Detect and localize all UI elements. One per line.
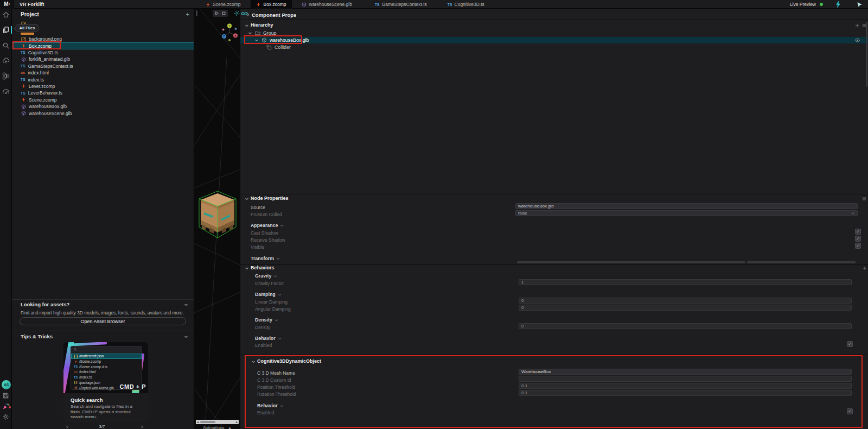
c3d-custom-id-input[interactable] bbox=[519, 376, 852, 382]
rotation-threshold-label: Rotation Threshold bbox=[257, 392, 296, 397]
tab-cognitive3d-ts[interactable]: TS Cognitive3D.ts bbox=[442, 0, 490, 9]
density-section-header[interactable]: Density bbox=[255, 317, 278, 323]
tips-pagination: 3/7 bbox=[91, 424, 113, 429]
cognitive-enabled-checkbox[interactable] bbox=[847, 408, 853, 414]
frustum-culled-select[interactable]: false bbox=[515, 210, 858, 216]
tab-warehousescene-glb[interactable]: warehouseScene.glb bbox=[296, 0, 358, 9]
gravity-factor-input[interactable] bbox=[519, 279, 852, 285]
animations-bar[interactable]: Animations ▴ bbox=[203, 425, 231, 429]
states-sun-icon[interactable] bbox=[234, 10, 240, 16]
file-row[interactable]: Lever.zcomp bbox=[12, 83, 194, 90]
chevron-down-icon[interactable] bbox=[184, 335, 188, 339]
chevron-down-icon[interactable] bbox=[245, 197, 249, 201]
loop-infinity-icon[interactable] bbox=[241, 11, 248, 16]
add-file-button[interactable]: + bbox=[186, 11, 189, 17]
divider bbox=[240, 355, 868, 355]
linear-damping-input[interactable] bbox=[519, 298, 852, 304]
file-row[interactable]: warehouseScene.glb bbox=[12, 110, 194, 116]
transform-section-header[interactable]: Transform bbox=[251, 256, 280, 261]
file-row[interactable]: warehouseBox.glb bbox=[12, 103, 194, 110]
stop-icon[interactable] bbox=[221, 11, 226, 16]
viewport-horizontal-scrollbar[interactable]: ◂ ▸ bbox=[196, 420, 239, 424]
chevron-down-icon[interactable] bbox=[245, 266, 249, 270]
inspector-scrollbar[interactable] bbox=[866, 22, 867, 87]
receive-shadow-checkbox[interactable] bbox=[855, 236, 861, 242]
file-row[interactable]: background.png bbox=[12, 36, 194, 42]
visibility-eye-icon[interactable] bbox=[854, 38, 860, 42]
open-asset-browser-button[interactable]: Open Asset Browser bbox=[20, 317, 186, 325]
add-behavior-icon[interactable] bbox=[863, 266, 867, 270]
live-status-dot bbox=[820, 3, 823, 6]
source-input[interactable] bbox=[515, 203, 858, 209]
hierarchy-row-group[interactable]: Group bbox=[240, 30, 868, 37]
preview-controls bbox=[213, 10, 228, 17]
add-node-icon[interactable] bbox=[855, 23, 859, 28]
cast-shadow-checkbox[interactable] bbox=[855, 229, 861, 235]
next-tip-button[interactable]: › bbox=[141, 423, 143, 429]
appearance-section-header[interactable]: Appearance bbox=[251, 223, 284, 228]
node-properties-menu-icon[interactable] bbox=[862, 197, 866, 201]
visible-label: Visible bbox=[251, 244, 264, 250]
file-row[interactable]: Scene.zcomp bbox=[12, 97, 194, 103]
file-row[interactable]: TS Cognitive3D.ts bbox=[12, 49, 194, 56]
panel-resize-handle[interactable] bbox=[196, 10, 197, 16]
chevron-down-icon[interactable] bbox=[248, 31, 252, 35]
divider bbox=[12, 299, 194, 300]
viewport-3d[interactable]: Y Z X bbox=[194, 9, 240, 429]
expand-up-icon[interactable]: ▴ bbox=[229, 425, 231, 429]
mini-file-row: TS /Scene.zcomp.d.ts bbox=[71, 364, 142, 369]
cognitive-behavior-section-header[interactable]: Behavior bbox=[257, 403, 284, 408]
avatar[interactable]: AS bbox=[2, 380, 11, 389]
chevron-down-icon[interactable] bbox=[254, 38, 259, 42]
chevron-down-icon bbox=[278, 293, 282, 296]
tab-scene-zcomp[interactable]: Scene.zcomp bbox=[200, 0, 246, 9]
file-row[interactable]: forklift_animated.glb bbox=[12, 56, 194, 62]
file-row[interactable]: TS index.ts bbox=[12, 76, 194, 83]
play-icon[interactable] bbox=[214, 11, 219, 16]
density-input[interactable] bbox=[519, 323, 852, 329]
home-icon[interactable] bbox=[2, 11, 10, 18]
project-files-icon[interactable] bbox=[2, 26, 10, 34]
hierarchy-title: Hierarchy bbox=[251, 22, 273, 28]
angular-damping-input[interactable] bbox=[519, 305, 852, 311]
scroll-right-icon[interactable]: ▸ bbox=[236, 420, 238, 424]
hierarchy-row-collider[interactable]: Collider bbox=[240, 44, 868, 51]
tab-box-zcomp[interactable]: Box.zcomp bbox=[251, 0, 292, 9]
c3d-mesh-name-input[interactable] bbox=[519, 369, 852, 375]
chevron-down-icon[interactable] bbox=[251, 359, 256, 364]
prev-tip-button[interactable]: ‹ bbox=[66, 423, 68, 429]
search-icon[interactable] bbox=[2, 42, 10, 49]
visible-checkbox[interactable] bbox=[855, 243, 861, 249]
file-row-selected[interactable]: Box.zcomp bbox=[12, 42, 194, 49]
save-icon[interactable] bbox=[2, 392, 9, 399]
file-row[interactable]: TS GameStepsContext.ts bbox=[12, 63, 194, 70]
axis-x-label: X bbox=[234, 34, 237, 37]
rotation-threshold-input[interactable] bbox=[519, 390, 852, 396]
axis-gizmo[interactable]: Y Z X bbox=[221, 23, 238, 42]
file-row[interactable]: <> index.html bbox=[12, 70, 194, 76]
top-bar: M› VR Forklift Scene.zcomp Box.zcomp war… bbox=[0, 0, 868, 9]
settings-icon[interactable] bbox=[2, 413, 9, 420]
damping-section-header[interactable]: Damping bbox=[255, 292, 282, 297]
scroll-left-icon[interactable]: ◂ bbox=[197, 420, 199, 424]
tab-gamestepscontext-ts[interactable]: TS GameStepsContext.ts bbox=[369, 0, 432, 9]
gravity-section-header[interactable]: Gravity bbox=[255, 273, 277, 279]
mini-file-row: /Scene.zcomp bbox=[71, 359, 142, 364]
cloud-assets-icon[interactable] bbox=[2, 57, 10, 65]
pointer-tool-icon[interactable] bbox=[857, 2, 863, 8]
node-graph-icon[interactable] bbox=[2, 72, 10, 80]
chevron-down-icon[interactable] bbox=[245, 23, 249, 28]
chevron-down-icon[interactable] bbox=[184, 302, 188, 307]
file-row-obscured[interactable] bbox=[12, 21, 194, 27]
position-threshold-input[interactable] bbox=[519, 383, 852, 389]
hierarchy-row-warehousebox[interactable]: warehouseBox.glb bbox=[240, 37, 868, 44]
tips-card[interactable]: { } /mattercraft.json /Scene.zcomp TS /S… bbox=[63, 342, 148, 422]
behavior-enabled-checkbox[interactable] bbox=[847, 341, 853, 347]
behavior-section-header[interactable]: Behavior bbox=[255, 336, 282, 341]
scrollbar-thumb[interactable] bbox=[200, 421, 215, 423]
mattercraft-logo-icon[interactable]: M› bbox=[0, 0, 14, 9]
performance-icon[interactable] bbox=[2, 88, 10, 96]
zappar-zap-icon[interactable] bbox=[835, 1, 841, 8]
file-row[interactable]: TS LeverBehavior.ts bbox=[12, 90, 194, 96]
file-row-obscured[interactable] bbox=[21, 33, 34, 35]
